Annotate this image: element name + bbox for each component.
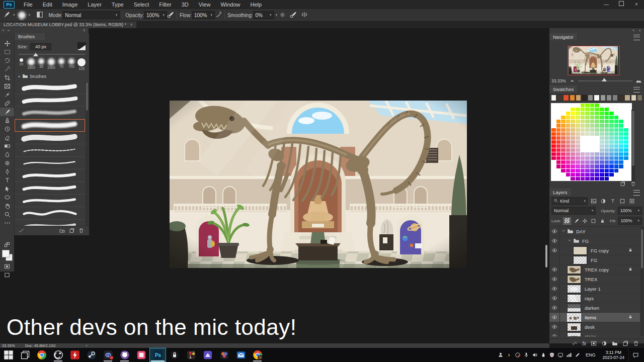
brush-item-taper[interactable] <box>15 195 85 207</box>
filter-shape-layers-icon[interactable] <box>618 198 626 205</box>
layer-row-layer-1[interactable]: Layer 1 <box>549 284 640 294</box>
swatch-cell[interactable] <box>609 169 614 172</box>
swatch-cell[interactable] <box>624 152 628 156</box>
layer-row-trex-copy[interactable]: TREX copy <box>549 265 640 275</box>
swatch-cell[interactable] <box>576 128 580 132</box>
swatch-cell[interactable] <box>581 152 585 156</box>
brush-preset-picker[interactable]: 40 ▾ <box>18 10 33 21</box>
new-layer-icon[interactable] <box>622 340 628 347</box>
taskbar-red-lightning[interactable] <box>66 348 83 362</box>
swatch-cell[interactable] <box>605 160 609 164</box>
swatch-cell[interactable] <box>581 132 585 136</box>
swatch-cell[interactable] <box>605 148 609 152</box>
swatch-cell[interactable] <box>585 152 590 156</box>
swatch-cell[interactable] <box>571 112 575 115</box>
smoothing-options-gear-icon[interactable] <box>279 12 286 19</box>
swatch-cell[interactable] <box>571 136 575 140</box>
swatch-cell[interactable] <box>590 124 595 127</box>
lock-transparency-icon[interactable] <box>563 217 571 225</box>
minimize-icon[interactable]: — <box>599 0 614 9</box>
swatch-cell[interactable] <box>609 120 614 123</box>
tool-select[interactable] <box>0 185 14 193</box>
swatch-cell[interactable] <box>556 173 561 176</box>
swatch-cell[interactable] <box>624 173 628 176</box>
swatch-cell[interactable] <box>605 108 609 111</box>
swatch-cell[interactable] <box>595 160 599 164</box>
swatch-cell[interactable] <box>571 173 575 176</box>
zoom-in-icon[interactable] <box>635 77 642 85</box>
swatch-cell[interactable] <box>566 120 571 123</box>
taskbar-photoshop[interactable]: Ps <box>149 348 166 362</box>
brush-preset-70[interactable]: 70 <box>56 58 66 70</box>
swatch-cell[interactable] <box>581 148 585 152</box>
swatch-cell[interactable] <box>566 177 571 180</box>
swatch-cell[interactable] <box>619 120 623 123</box>
swatch-cell[interactable] <box>590 169 595 172</box>
tool-dots[interactable] <box>0 219 14 227</box>
swatch-cell[interactable] <box>581 164 585 168</box>
layer-thumbnail[interactable] <box>567 323 581 331</box>
swatch-cell[interactable] <box>600 132 604 136</box>
swatch-cell[interactable] <box>619 156 623 160</box>
swatch-cell[interactable] <box>624 112 628 115</box>
swatch-cell[interactable] <box>556 160 561 164</box>
taskbar-wine-app[interactable] <box>183 348 199 362</box>
swatch-cell[interactable] <box>581 144 585 148</box>
layer-name[interactable]: TREX copy <box>585 267 609 273</box>
swatch-cell[interactable] <box>590 164 595 168</box>
brush-preset-19[interactable]: 19 <box>16 58 26 70</box>
swatch-cell[interactable] <box>595 136 599 140</box>
taskbar-start[interactable] <box>0 348 17 362</box>
swatch-cell[interactable] <box>600 108 604 111</box>
swatch-cell[interactable] <box>585 124 590 127</box>
swatch-cell[interactable] <box>566 116 571 119</box>
layer-name[interactable]: rays <box>585 296 594 301</box>
menu-edit[interactable]: Edit <box>38 0 57 9</box>
swatch-cell[interactable] <box>600 124 604 127</box>
tray-usb[interactable] <box>539 348 547 362</box>
recent-swatch-12[interactable] <box>624 95 630 101</box>
recent-swatch-0[interactable] <box>551 95 556 101</box>
swatch-cell[interactable] <box>571 116 575 119</box>
group-expand-chevron[interactable] <box>561 228 566 234</box>
swatch-cell[interactable] <box>614 173 619 176</box>
layer-visibility-toggle[interactable] <box>549 313 560 322</box>
swatch-cell[interactable] <box>614 112 619 115</box>
swatch-cell[interactable] <box>605 116 609 119</box>
brush-item-soft-gray[interactable] <box>15 107 85 119</box>
swatch-cell[interactable] <box>614 156 619 160</box>
document-tab[interactable]: LOCATION MUSEUM LOBBY.psd @ 33.3% (Items… <box>0 21 136 28</box>
menu-image[interactable]: Image <box>57 0 83 9</box>
swatch-cell[interactable] <box>614 136 619 140</box>
swatch-cell[interactable] <box>590 136 595 140</box>
tool-crop[interactable] <box>0 73 14 82</box>
screen-mode-icon[interactable] <box>0 270 14 279</box>
navigator-zoom-value[interactable]: 33.33% <box>551 78 566 83</box>
group-expand-chevron[interactable] <box>567 238 572 244</box>
swatch-cell[interactable] <box>576 116 580 119</box>
swatch-cell[interactable] <box>571 120 575 123</box>
opacity-field[interactable]: 100%▾ <box>144 11 167 19</box>
layer-name[interactable]: DAY <box>576 229 586 234</box>
swatch-cell[interactable] <box>561 156 566 160</box>
taskbar-mail-app[interactable] <box>232 348 249 362</box>
blend-mode-select[interactable]: Normal▾ <box>551 207 596 215</box>
tool-history[interactable] <box>0 125 14 133</box>
layer-row-rays[interactable]: rays <box>549 294 640 303</box>
swatch-cell[interactable] <box>619 128 623 132</box>
pressure-size-icon[interactable] <box>290 11 297 19</box>
swatch-cell[interactable] <box>595 116 599 119</box>
swatch-cell[interactable] <box>605 156 609 160</box>
swatch-cell[interactable] <box>576 173 580 176</box>
zoom-readout[interactable]: 33.33% <box>0 343 25 348</box>
swatch-cell[interactable] <box>619 148 623 152</box>
collapse-panels-icon[interactable]: « <box>0 28 4 33</box>
swatch-cell[interactable] <box>600 116 604 119</box>
swatch-cell[interactable] <box>581 120 585 123</box>
swatch-cell[interactable] <box>576 152 580 156</box>
swatch-cell[interactable] <box>605 132 609 136</box>
swatch-cell[interactable] <box>571 140 575 144</box>
swatch-cell[interactable] <box>571 144 575 148</box>
swatch-cell[interactable] <box>600 112 604 115</box>
brush-preset-125[interactable]: 125 <box>76 58 87 70</box>
